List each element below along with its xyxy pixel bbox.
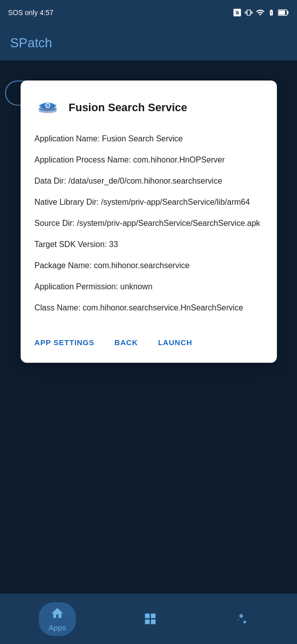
app-info-dialog: Fusion Search Service Application Name: …	[21, 80, 277, 363]
svg-rect-1	[287, 11, 288, 14]
status-left: SOS only 4:57	[8, 9, 53, 17]
home-icon	[50, 606, 64, 620]
info-section: Application Name: Fusion Search Service …	[35, 133, 263, 314]
native-lib-dir-row: Native Library Dir: /system/priv-app/Sea…	[35, 196, 263, 208]
dialog-title: Fusion Search Service	[69, 101, 187, 114]
grid-icon	[143, 612, 157, 626]
permission-row: Application Permission: unknown	[35, 281, 263, 293]
status-bar: SOS only 4:57	[0, 0, 297, 25]
process-name-row: Application Process Name: com.hihonor.Hn…	[35, 154, 263, 166]
class-name-row: Class Name: com.hihonor.searchservice.Hn…	[35, 302, 263, 314]
nav-item-apps[interactable]: Apps	[39, 602, 76, 636]
back-button[interactable]: BACK	[115, 334, 138, 351]
status-text: SOS only 4:57	[8, 9, 53, 17]
nav-item-user[interactable]	[224, 608, 258, 630]
dialog-actions: APP SETTINGS BACK LAUNCH	[35, 328, 263, 351]
app-name-row: Application Name: Fusion Search Service	[35, 133, 263, 145]
app-bar: SPatch	[0, 25, 297, 60]
wifi-icon	[256, 8, 265, 17]
battery-alert-icon	[268, 9, 275, 16]
app-settings-button[interactable]: APP SETTINGS	[35, 334, 94, 351]
target-sdk-row: Target SDK Version: 33	[35, 238, 263, 251]
fusion-search-icon	[36, 96, 60, 120]
dialog-header: Fusion Search Service	[35, 95, 263, 121]
user-icon	[234, 612, 248, 626]
package-name-row: Package Name: com.hihonor.searchservice	[35, 260, 263, 272]
dialog-overlay: Fusion Search Service Application Name: …	[0, 60, 297, 644]
launch-button[interactable]: LAUNCH	[158, 334, 192, 351]
battery-icon	[278, 9, 289, 16]
app-icon	[35, 95, 61, 121]
source-dir-row: Source Dir: /system/priv-app/SearchServi…	[35, 217, 263, 229]
vibrate-icon	[245, 9, 253, 17]
nav-item-grid[interactable]	[133, 608, 167, 630]
nfc-icon	[233, 8, 242, 17]
bottom-nav: Apps	[0, 594, 297, 644]
svg-rect-2	[278, 11, 285, 15]
nav-label-apps: Apps	[49, 623, 66, 632]
svg-point-7	[47, 105, 48, 106]
status-right	[233, 8, 289, 17]
app-title: SPatch	[10, 35, 52, 51]
data-dir-row: Data Dir: /data/user_de/0/com.hihonor.se…	[35, 175, 263, 187]
